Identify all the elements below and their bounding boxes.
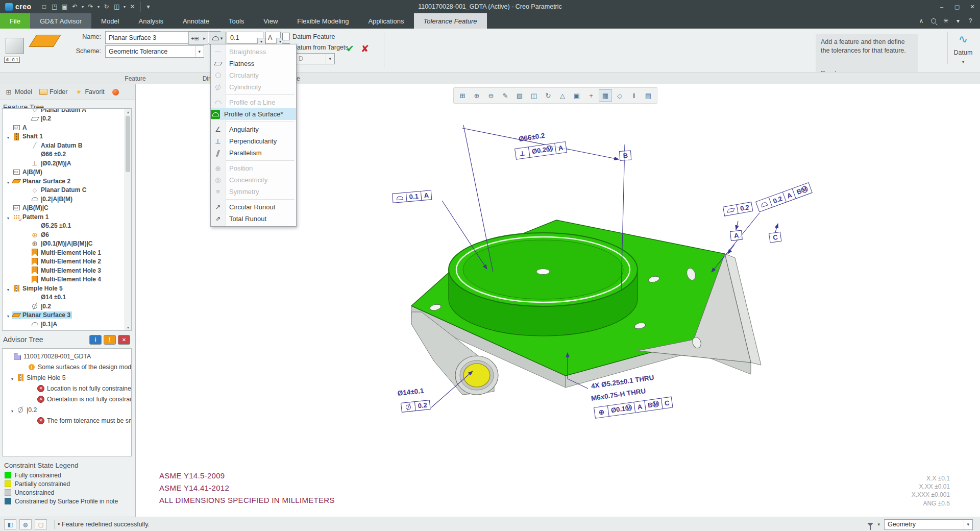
menu-item-parallelism[interactable]: Parallelism bbox=[211, 147, 296, 159]
caret-icon[interactable] bbox=[9, 405, 16, 415]
menu-item-profile-of-a-surface[interactable]: Profile of a Surface* bbox=[211, 108, 296, 120]
tree-item[interactable]: Planar Surface 3 bbox=[3, 311, 131, 320]
caret-icon[interactable] bbox=[5, 177, 12, 186]
tree-item[interactable]: |0.2 bbox=[3, 302, 131, 311]
selection-filter-select[interactable]: Geometry ▾ bbox=[884, 519, 973, 530]
saved-orientations-icon[interactable]: ↻ bbox=[542, 89, 555, 102]
tab-tolerance-feature[interactable]: Tolerance Feature bbox=[414, 13, 487, 29]
menu-item-circularity[interactable]: Circularity bbox=[211, 69, 296, 81]
tab-flexible-modeling[interactable]: Flexible Modeling bbox=[287, 13, 358, 29]
scroll-up-icon[interactable]: ▲ bbox=[125, 109, 131, 115]
advisor-item[interactable]: Simple Hole 5 bbox=[3, 372, 131, 383]
command-search-icon[interactable]: ✳ bbox=[942, 16, 949, 26]
datum-flag-c[interactable]: C bbox=[769, 232, 782, 243]
flyout-arrow-icon[interactable]: ▸ bbox=[201, 32, 208, 45]
datum-flag-a[interactable]: A bbox=[730, 230, 743, 241]
ok-button[interactable]: ✔ bbox=[346, 43, 354, 55]
tree-item[interactable]: |Ø0.1(M)|A|B(M)|C bbox=[3, 239, 131, 249]
navigator-toggle-icon[interactable]: ◧ bbox=[4, 519, 16, 529]
menu-item-straightness[interactable]: Straightness bbox=[211, 46, 296, 58]
tree-item[interactable]: Ø6 bbox=[3, 230, 131, 239]
close-window-icon[interactable]: ✕ bbox=[128, 2, 137, 12]
advisor-item[interactable]: Orientation is not fully constrained bbox=[3, 394, 131, 404]
shading-icon[interactable]: ▧ bbox=[513, 89, 526, 102]
menu-item-flatness[interactable]: Flatness bbox=[211, 58, 296, 69]
feature-tree-scrollbar[interactable]: ▲ ▼ bbox=[125, 109, 131, 330]
menu-item-perpendicularity[interactable]: Perpendicularity bbox=[211, 135, 296, 147]
advisor-error-toggle[interactable]: ✕ bbox=[118, 335, 130, 345]
datum-flag-b[interactable]: B bbox=[619, 150, 632, 161]
capture-icon[interactable]: ▤ bbox=[642, 89, 655, 102]
yellow-bore[interactable] bbox=[463, 364, 490, 387]
tree-item[interactable]: Multi-Element Hole 1 bbox=[3, 248, 131, 257]
tree-item[interactable]: |Ø0.2(M)|A bbox=[3, 159, 131, 168]
menu-item-cylindricity[interactable]: Cylindricity bbox=[211, 81, 296, 93]
datum-feature-checkbox[interactable] bbox=[282, 33, 290, 40]
close-button[interactable]: ✕ bbox=[965, 0, 980, 13]
spin-center-icon[interactable]: + bbox=[584, 89, 598, 102]
view-manager-icon[interactable]: ▦ bbox=[599, 89, 612, 102]
tree-item[interactable]: Ø14 ±0.1 bbox=[3, 293, 131, 302]
navtab-model-tree[interactable]: Model bbox=[2, 87, 35, 97]
options-caret-icon[interactable]: ▾ bbox=[954, 16, 962, 26]
advisor-item[interactable]: 1100170028-001_GDTA bbox=[3, 351, 131, 361]
new-file-icon[interactable]: □ bbox=[40, 2, 49, 12]
menu-item-symmetry[interactable]: Symmetry bbox=[211, 186, 296, 198]
add-datum-reference-button[interactable]: +⊞ bbox=[188, 32, 202, 45]
tree-item[interactable]: Shaft 1 bbox=[3, 132, 131, 141]
tab-analysis[interactable]: Analysis bbox=[129, 13, 173, 29]
tab-model[interactable]: Model bbox=[91, 13, 129, 29]
tree-item[interactable]: Pattern 1 bbox=[3, 212, 131, 222]
window-manager-icon[interactable]: ◫ bbox=[112, 2, 121, 12]
navtab-favorites[interactable]: Favorit bbox=[72, 87, 107, 97]
menu-item-circular-runout[interactable]: Circular Runout bbox=[211, 201, 296, 213]
tab-annotate[interactable]: Annotate bbox=[173, 13, 219, 29]
browser-toggle-icon[interactable]: ◍ bbox=[19, 519, 32, 529]
tree-item[interactable]: |0.1|A bbox=[3, 320, 131, 329]
caret-icon[interactable] bbox=[9, 373, 16, 382]
bracket-part[interactable] bbox=[411, 220, 761, 395]
repaint-icon[interactable]: ✎ bbox=[499, 89, 512, 102]
tree-item[interactable]: Planar Surface 2 bbox=[3, 177, 131, 186]
tree-item[interactable]: Planar Datum C bbox=[3, 186, 131, 195]
d-datum-combo[interactable]: D▾ bbox=[295, 53, 335, 64]
tree-item[interactable]: Simple Hole 5 bbox=[3, 284, 131, 293]
menu-item-total-runout[interactable]: Total Runout bbox=[211, 213, 296, 225]
chevron-down-icon[interactable]: ▾ bbox=[964, 520, 969, 529]
caret-icon[interactable] bbox=[5, 212, 12, 222]
advisor-info-toggle[interactable]: i bbox=[89, 335, 102, 345]
advisor-item[interactable]: The form tolerance must be smaller bbox=[3, 415, 131, 426]
scroll-down-icon[interactable]: ▼ bbox=[125, 324, 131, 330]
chevron-down-icon[interactable]: ▾ bbox=[948, 59, 978, 64]
maximize-button[interactable]: ▢ bbox=[949, 0, 965, 13]
save-icon[interactable]: ▣ bbox=[60, 2, 69, 12]
annotation-display-icon[interactable]: ▣ bbox=[570, 89, 583, 102]
search-icon[interactable] bbox=[930, 16, 937, 26]
menu-item-concentricity[interactable]: Concentricity bbox=[211, 174, 296, 186]
tree-item[interactable]: |0.2|A|B(M) bbox=[3, 195, 131, 204]
caret-icon[interactable] bbox=[5, 284, 12, 293]
advisor-item[interactable]: |0.2 bbox=[3, 404, 131, 415]
tab-applications[interactable]: Applications bbox=[358, 13, 413, 29]
tree-item[interactable]: Multi-Element Hole 4 bbox=[3, 275, 131, 284]
tab-view[interactable]: View bbox=[254, 13, 287, 29]
open-file-icon[interactable]: ◳ bbox=[50, 2, 59, 12]
advisor-item[interactable]: Location is not fully constrained bbox=[3, 383, 131, 394]
tree-item[interactable]: A|B(M)|C bbox=[3, 204, 131, 213]
redo-icon[interactable]: ↷ bbox=[86, 2, 95, 12]
redo-caret-icon[interactable]: ▾ bbox=[96, 2, 101, 12]
zoom-out-icon[interactable]: ⊖ bbox=[484, 89, 498, 102]
tab-gdt-advisor[interactable]: GD&T Advisor bbox=[30, 13, 91, 29]
undo-caret-icon[interactable]: ▾ bbox=[81, 2, 85, 12]
zoom-in-icon[interactable]: ⊕ bbox=[470, 89, 483, 102]
regenerate-icon[interactable]: ↻ bbox=[102, 2, 111, 12]
tree-item[interactable]: A|B(M) bbox=[3, 168, 131, 177]
menu-item-position[interactable]: Position bbox=[211, 162, 296, 174]
tree-item[interactable]: Planar Datum A bbox=[3, 108, 131, 114]
tree-item[interactable]: Multi-Element Hole 3 bbox=[3, 266, 131, 275]
pause-icon[interactable]: ‖ bbox=[627, 89, 641, 102]
advisor-warning-toggle[interactable]: ! bbox=[104, 335, 116, 345]
refit-icon[interactable]: ⊞ bbox=[456, 89, 469, 102]
undo-icon[interactable]: ↶ bbox=[70, 2, 80, 12]
annotation-filter-icon[interactable] bbox=[867, 523, 873, 526]
